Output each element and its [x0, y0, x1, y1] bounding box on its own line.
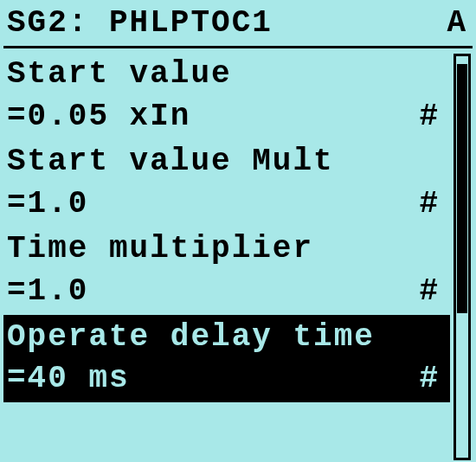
parameter-label: Start value [7, 54, 447, 96]
parameter-value: =0.05 xIn [7, 96, 190, 138]
editable-marker: # [419, 271, 440, 313]
content-area: Start value=0.05 xIn#Start value Mult=1.… [3, 48, 473, 462]
parameter-value: =1.0 [7, 183, 88, 226]
parameter-label: Operate delay time [7, 317, 447, 359]
parameter-label: Start value Mult [7, 141, 447, 183]
lcd-screen: SG2: PHLPTOC1 A Start value=0.05 xIn#Sta… [0, 0, 476, 462]
header-bar: SG2: PHLPTOC1 A [3, 3, 473, 48]
parameter-value-row: =1.0# [7, 271, 447, 313]
parameter-label: Time multiplier [7, 228, 447, 271]
scrollbar-thumb[interactable] [457, 64, 467, 313]
parameter-value-row: =0.05 xIn# [7, 96, 447, 138]
parameter-item[interactable]: Operate delay time=40 ms# [3, 315, 450, 402]
parameter-value-row: =1.0# [7, 183, 447, 226]
parameter-list[interactable]: Start value=0.05 xIn#Start value Mult=1.… [3, 48, 450, 462]
editable-marker: # [419, 96, 440, 138]
editable-marker: # [419, 358, 440, 401]
parameter-value: =1.0 [7, 271, 88, 313]
parameter-item[interactable]: Start value Mult=1.0# [3, 139, 450, 227]
parameter-value-row: =40 ms# [7, 358, 447, 401]
page-title: SG2: PHLPTOC1 [7, 5, 273, 41]
scrollbar-track[interactable] [453, 54, 471, 460]
parameter-value: =40 ms [7, 358, 130, 401]
status-indicator: A [447, 5, 467, 41]
parameter-item[interactable]: Time multiplier=1.0# [3, 227, 450, 314]
parameter-item[interactable]: Start value=0.05 xIn# [3, 52, 450, 139]
editable-marker: # [419, 183, 440, 226]
